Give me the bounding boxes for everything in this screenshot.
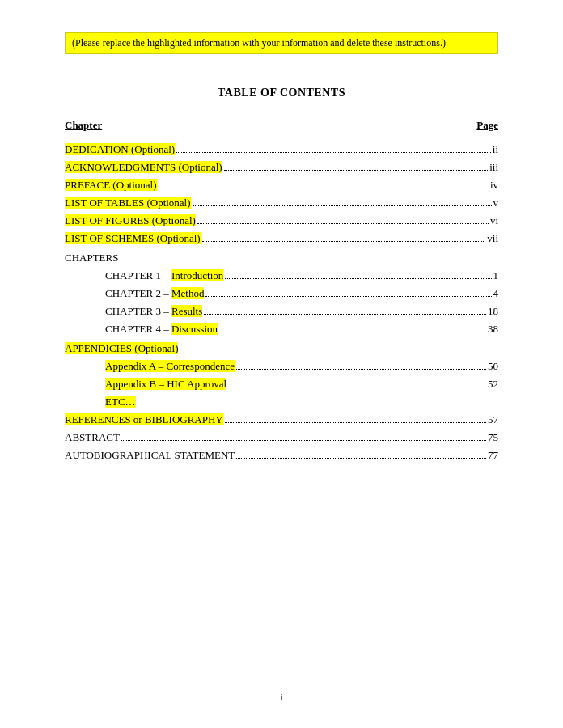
page-number: 52 xyxy=(488,378,498,391)
toc-entry: CHAPTER 3 – Results18 xyxy=(105,305,498,318)
page-number: v xyxy=(493,197,499,210)
toc-entry: REFERENCES or BIBLIOGRAPHY57 xyxy=(65,413,498,426)
page-number: 18 xyxy=(488,305,498,318)
toc-entry: CHAPTER 1 – Introduction1 xyxy=(105,269,498,282)
toc-entry: LIST OF FIGURES (Optional)vi xyxy=(65,214,498,227)
toc-header: Chapter Page xyxy=(65,119,498,132)
toc-entry: PREFACE (Optional)iv xyxy=(65,179,498,192)
chapter-header: Chapter xyxy=(65,119,102,132)
instruction-text: (Please replace the highlighted informat… xyxy=(72,37,446,49)
toc-entry: Appendix A – Correspondence50 xyxy=(105,360,498,373)
page-number: 38 xyxy=(488,323,498,336)
chapters-section: CHAPTER 1 – Introduction1CHAPTER 2 – Met… xyxy=(65,269,498,336)
appendices-label: APPENDICIES (Optional) xyxy=(65,342,498,355)
page-number: iv xyxy=(490,179,498,192)
toc-entry: CHAPTER 2 – Method4 xyxy=(105,287,498,300)
page-number: ii xyxy=(493,143,498,156)
final-section: REFERENCES or BIBLIOGRAPHY57ABSTRACT75AU… xyxy=(65,413,498,462)
page-number: iii xyxy=(489,161,498,174)
page-number: vii xyxy=(487,232,498,245)
toc-entry: AUTOBIOGRAPHICAL STATEMENT77 xyxy=(65,449,498,462)
page-footer: i xyxy=(0,691,563,704)
toc-entry: DEDICATION (Optional)ii xyxy=(65,143,498,156)
page-number: 75 xyxy=(488,431,498,444)
instruction-box: (Please replace the highlighted informat… xyxy=(65,32,498,54)
toc-title: TABLE OF CONTENTS xyxy=(65,87,498,99)
footer-page-number: i xyxy=(280,691,283,703)
toc-entry: LIST OF SCHEMES (Optional)vii xyxy=(65,232,498,245)
front-matter-section: DEDICATION (Optional)iiACKNOWLEDGMENTS (… xyxy=(65,143,498,245)
toc-entry: Appendix B – HIC Approval52 xyxy=(105,378,498,391)
toc-entry: ETC… xyxy=(105,396,498,408)
page-number: 57 xyxy=(488,413,498,426)
page-number: 50 xyxy=(488,360,498,373)
page-number: vi xyxy=(490,214,498,227)
toc-entry: LIST OF TABLES (Optional)v xyxy=(65,197,498,210)
page: (Please replace the highlighted informat… xyxy=(0,0,563,728)
toc-entry: CHAPTER 4 – Discussion38 xyxy=(105,323,498,336)
toc-entry: ACKNOWLEDGMENTS (Optional)iii xyxy=(65,161,498,174)
chapters-label: CHAPTERS xyxy=(65,252,498,265)
page-number: 77 xyxy=(488,449,498,462)
appendices-section: Appendix A – Correspondence50Appendix B … xyxy=(65,360,498,408)
page-number: 1 xyxy=(493,269,499,282)
toc-entry: ABSTRACT75 xyxy=(65,431,498,444)
page-header: Page xyxy=(476,119,498,132)
page-number: 4 xyxy=(493,287,499,300)
